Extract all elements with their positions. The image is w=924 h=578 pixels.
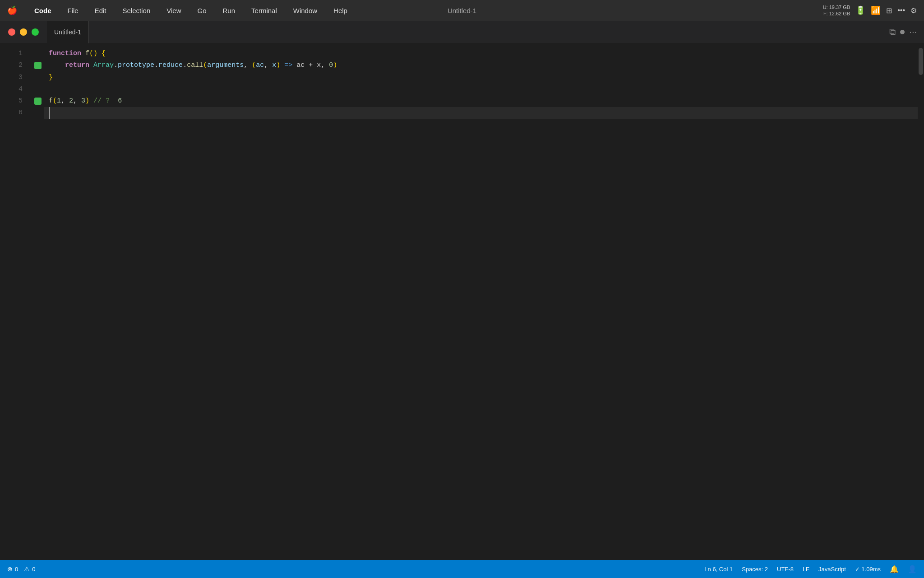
- window-title: Untitled-1: [448, 7, 476, 14]
- menu-code[interactable]: Code: [32, 5, 54, 16]
- gutter-line-3: [32, 72, 44, 84]
- code-line-2: return Array.prototype.reduce.call(argum…: [44, 60, 924, 71]
- wifi-icon: 📶: [871, 5, 881, 15]
- code-line-3: }: [44, 72, 924, 84]
- dots-icon[interactable]: •••: [897, 6, 905, 14]
- tab-title: Untitled-1: [54, 28, 81, 36]
- timing: ✓ 1.09ms: [855, 566, 881, 573]
- menu-terminal[interactable]: Terminal: [249, 5, 280, 16]
- gutter-line-2[interactable]: [32, 60, 44, 71]
- more-actions-icon[interactable]: ···: [909, 27, 917, 37]
- code-line-4: [44, 84, 924, 95]
- minimize-button[interactable]: [20, 28, 27, 36]
- eol[interactable]: LF: [803, 566, 809, 573]
- code-line-1: function f() {: [44, 48, 924, 60]
- tab-bar: Untitled-1 ⧉ ···: [0, 21, 924, 43]
- close-button[interactable]: [8, 28, 15, 36]
- line-num-1: 1: [0, 48, 23, 60]
- language-mode[interactable]: JavaScript: [818, 566, 846, 573]
- line-num-4: 4: [0, 84, 23, 95]
- apple-menu[interactable]: 🍎: [7, 5, 17, 15]
- error-icon: ⊗: [7, 565, 13, 573]
- menu-run[interactable]: Run: [220, 5, 238, 16]
- gutter-line-6: [32, 107, 44, 119]
- control-center-icon[interactable]: ⊞: [886, 6, 892, 15]
- editor-scrollbar[interactable]: [918, 43, 924, 560]
- indentation[interactable]: Spaces: 2: [742, 566, 768, 573]
- editor: 1 2 3 4 5 6 function f() { return Array.…: [0, 43, 924, 560]
- line-num-5: 5: [0, 95, 23, 107]
- split-editor-icon[interactable]: ⧉: [889, 27, 896, 37]
- line-num-6: 6: [0, 107, 23, 119]
- menu-go[interactable]: Go: [195, 5, 209, 16]
- status-left: ⊗ 0 ⚠ 0: [7, 565, 35, 573]
- warning-icon: ⚠: [24, 565, 30, 573]
- line-numbers: 1 2 3 4 5 6: [0, 43, 32, 560]
- warning-number: 0: [32, 566, 35, 573]
- mem-free: F: 12.62 GB: [823, 10, 850, 17]
- breakpoint-5[interactable]: [34, 98, 42, 105]
- gutter-line-5[interactable]: [32, 95, 44, 107]
- menu-help[interactable]: Help: [331, 5, 350, 16]
- system-info: U: 19.37 GB F: 12.62 GB: [823, 4, 850, 17]
- encoding[interactable]: UTF-8: [777, 566, 794, 573]
- menubar: 🍎 Code File Edit Selection View Go Run T…: [0, 0, 924, 21]
- unsaved-indicator: [900, 30, 905, 34]
- breakpoint-2[interactable]: [34, 62, 42, 69]
- code-line-5: f(1, 2, 3) // ? 6: [44, 95, 924, 107]
- status-right: Ln 6, Col 1 Spaces: 2 UTF-8 LF JavaScrip…: [704, 565, 917, 573]
- maximize-button[interactable]: [32, 28, 39, 36]
- cursor-position[interactable]: Ln 6, Col 1: [704, 566, 733, 573]
- traffic-lights: [0, 28, 47, 36]
- feedback-icon[interactable]: 🔔: [890, 565, 899, 573]
- error-count[interactable]: ⊗ 0 ⚠ 0: [7, 565, 35, 573]
- tab-actions: ⧉ ···: [889, 27, 924, 37]
- line-num-2: 2: [0, 60, 23, 71]
- tab-untitled[interactable]: Untitled-1: [47, 21, 89, 43]
- line-num-3: 3: [0, 72, 23, 84]
- menubar-right: U: 19.37 GB F: 12.62 GB 🔋 📶 ⊞ ••• ⚙: [823, 4, 917, 17]
- menu-window[interactable]: Window: [291, 5, 320, 16]
- scrollbar-thumb[interactable]: [919, 48, 923, 75]
- gutter-line-1: [32, 48, 44, 60]
- error-number: 0: [15, 566, 18, 573]
- menu-edit[interactable]: Edit: [92, 5, 109, 16]
- battery-icon: 🔋: [855, 5, 865, 15]
- status-bar: ⊗ 0 ⚠ 0 Ln 6, Col 1 Spaces: 2 UTF-8 LF J…: [0, 560, 924, 578]
- menu-selection[interactable]: Selection: [120, 5, 153, 16]
- menu-file[interactable]: File: [65, 5, 81, 16]
- mem-used: U: 19.37 GB: [823, 4, 850, 10]
- menu-view[interactable]: View: [164, 5, 184, 16]
- system-prefs-icon[interactable]: ⚙: [910, 6, 917, 15]
- notifications-icon[interactable]: 👤: [908, 565, 917, 573]
- code-line-6[interactable]: [44, 107, 924, 119]
- gutter: [32, 43, 44, 560]
- code-content[interactable]: function f() { return Array.prototype.re…: [44, 43, 924, 560]
- gutter-line-4: [32, 84, 44, 95]
